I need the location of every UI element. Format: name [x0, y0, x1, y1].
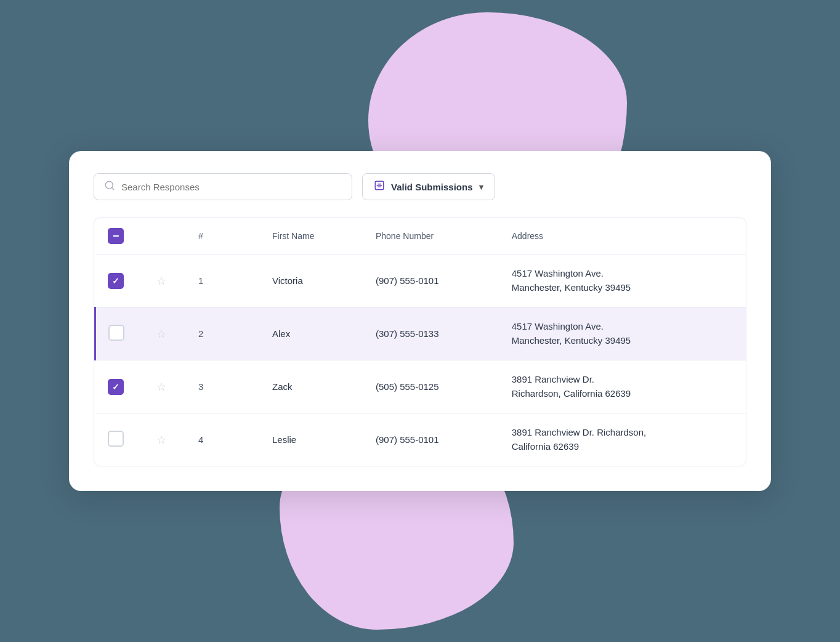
checkmark-icon: ✓: [112, 276, 119, 286]
row-checkbox-4[interactable]: [108, 431, 124, 447]
select-all-checkbox[interactable]: −: [108, 228, 124, 244]
filter-label: Valid Submissions: [391, 182, 473, 192]
row-number-3: 3: [186, 360, 260, 413]
row-number-4: 4: [186, 413, 260, 466]
checkbox-cell-3[interactable]: ✓: [95, 360, 137, 413]
svg-line-1: [111, 187, 113, 189]
column-star: [137, 218, 186, 254]
row-number-2: 2: [186, 307, 260, 360]
filter-icon: [374, 180, 385, 193]
star-icon[interactable]: ☆: [156, 381, 166, 393]
row-first-name-1: Victoria: [260, 254, 363, 307]
search-input[interactable]: [121, 182, 342, 192]
filter-button[interactable]: Valid Submissions ▾: [362, 173, 495, 200]
chevron-down-icon: ▾: [479, 182, 483, 192]
table-wrapper: − # First Name Phone Number Address ✓☆1V…: [94, 217, 746, 466]
table-header-row: − # First Name Phone Number Address: [95, 218, 746, 254]
row-phone-4: (907) 555-0101: [363, 413, 499, 466]
checkbox-cell-4[interactable]: [95, 413, 137, 466]
table-row: ☆2Alex(307) 555-01334517 Washington Ave.…: [95, 307, 746, 360]
star-cell-3[interactable]: ☆: [137, 360, 186, 413]
row-phone-1: (907) 555-0101: [363, 254, 499, 307]
row-address-4: 3891 Ranchview Dr. Richardson,California…: [499, 413, 746, 466]
toolbar: Valid Submissions ▾: [94, 173, 746, 200]
row-address-3: 3891 Ranchview Dr.Richardson, California…: [499, 360, 746, 413]
star-cell-2[interactable]: ☆: [137, 307, 186, 360]
checkmark-icon: ✓: [112, 382, 119, 392]
column-checkbox: −: [95, 218, 137, 254]
column-number: #: [186, 218, 260, 254]
row-first-name-4: Leslie: [260, 413, 363, 466]
star-icon[interactable]: ☆: [156, 328, 166, 340]
checkbox-cell-2[interactable]: [95, 307, 137, 360]
row-first-name-2: Alex: [260, 307, 363, 360]
row-number-1: 1: [186, 254, 260, 307]
star-icon[interactable]: ☆: [156, 275, 166, 287]
responses-table: − # First Name Phone Number Address ✓☆1V…: [94, 218, 746, 466]
main-card: Valid Submissions ▾ − # First Name Phone…: [69, 151, 771, 491]
minus-icon: −: [113, 230, 119, 242]
column-phone: Phone Number: [363, 218, 499, 254]
row-first-name-3: Zack: [260, 360, 363, 413]
row-address-2: 4517 Washington Ave.Manchester, Kentucky…: [499, 307, 746, 360]
row-phone-3: (505) 555-0125: [363, 360, 499, 413]
row-address-1: 4517 Washington Ave.Manchester, Kentucky…: [499, 254, 746, 307]
table-row: ☆4Leslie(907) 555-01013891 Ranchview Dr.…: [95, 413, 746, 466]
checkbox-cell-1[interactable]: ✓: [95, 254, 137, 307]
table-row: ✓☆1Victoria(907) 555-01014517 Washington…: [95, 254, 746, 307]
row-checkbox-1[interactable]: ✓: [108, 273, 124, 289]
row-checkbox-3[interactable]: ✓: [108, 379, 124, 395]
table-row: ✓☆3Zack(505) 555-01253891 Ranchview Dr.R…: [95, 360, 746, 413]
search-box[interactable]: [94, 173, 352, 200]
column-address: Address: [499, 218, 746, 254]
column-first-name: First Name: [260, 218, 363, 254]
star-cell-1[interactable]: ☆: [137, 254, 186, 307]
table-body: ✓☆1Victoria(907) 555-01014517 Washington…: [95, 254, 746, 466]
row-checkbox-2[interactable]: [108, 325, 124, 341]
row-phone-2: (307) 555-0133: [363, 307, 499, 360]
star-cell-4[interactable]: ☆: [137, 413, 186, 466]
star-icon[interactable]: ☆: [156, 434, 166, 446]
search-icon: [104, 180, 115, 193]
